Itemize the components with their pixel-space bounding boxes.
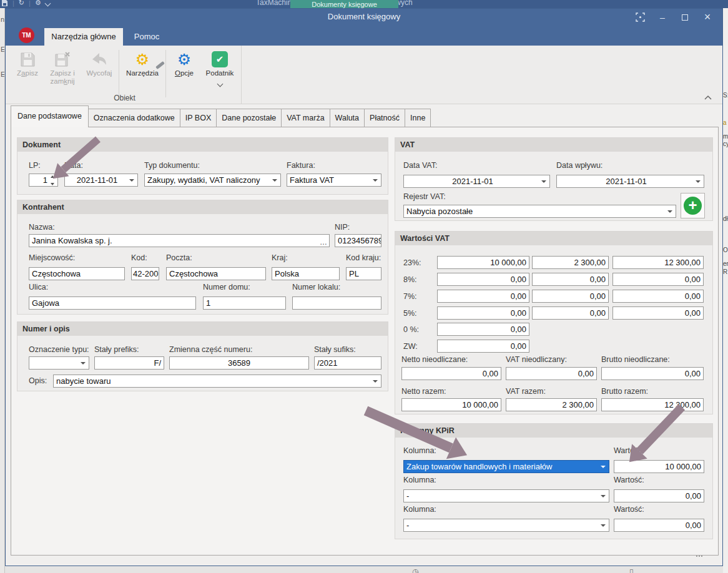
minimize-button[interactable]: – — [651, 9, 674, 26]
icon-fragment: ▯ — [629, 567, 634, 573]
data-vat-dropdown[interactable]: 2021-11-01 — [403, 175, 550, 188]
oznaczenie-typu-dropdown[interactable] — [29, 356, 89, 370]
add-vat-register-button[interactable]: + — [681, 193, 705, 218]
faktura-dropdown[interactable]: Faktura VAT — [287, 174, 381, 187]
typ-dokumentu-dropdown[interactable]: Zakupy, wydatki, VAT naliczony — [144, 174, 281, 187]
netto-zw-field[interactable]: 0,00 — [437, 340, 529, 353]
ribbon-separator — [119, 50, 119, 97]
wycofaj-button[interactable]: Wycofaj — [82, 47, 117, 77]
tab-waluta[interactable]: Waluta — [330, 109, 365, 127]
kod-field[interactable]: 42-200 — [131, 267, 159, 280]
app-logo[interactable]: TM — [19, 27, 34, 43]
ribbon-tab-band: TM Narzędzia główne Pomoc — [6, 26, 722, 46]
netto-0-field[interactable]: 0,00 — [437, 323, 529, 336]
tab-platnosc[interactable]: Płatność — [365, 109, 405, 127]
maximize-icon — [682, 14, 688, 21]
tab-inne[interactable]: Inne — [405, 109, 431, 127]
divider: | — [29, 0, 31, 7]
numer-domu-field[interactable]: 1 — [203, 296, 286, 310]
kod-kraju-field[interactable]: PL — [346, 267, 381, 280]
zapisz-i-zamknij-button[interactable]: Zapisz i zamknij — [43, 47, 82, 86]
kolumna-dropdown-1[interactable]: Zakup towarów handlowych i materiałów — [403, 460, 609, 473]
maximize-button[interactable] — [674, 9, 696, 26]
browse-ellipsis-button[interactable]: … — [320, 237, 328, 247]
brutto-razem-field[interactable]: 12 300,00 — [601, 398, 704, 411]
miejscowosc-field[interactable]: Częstochowa — [29, 267, 125, 280]
zmienna-czesc-field[interactable]: 36589 — [169, 356, 309, 370]
tab-dane-podstawowe[interactable]: Dane podstawowe — [11, 105, 89, 127]
focus-mode-button[interactable] — [629, 9, 651, 26]
refresh-icon[interactable]: ↻ — [19, 0, 24, 7]
ribbon-tab-pomoc[interactable]: Pomoc — [128, 28, 165, 46]
staly-prefiks-field[interactable]: F/ — [94, 356, 164, 370]
vat-23-field[interactable]: 2 300,00 — [532, 256, 609, 269]
wartosc-field-1[interactable]: 10 000,00 — [614, 460, 704, 473]
kolumna-dropdown-3[interactable]: - — [403, 519, 609, 532]
kraj-field[interactable]: Polska — [272, 267, 340, 280]
brutto-5-field[interactable]: 0,00 — [612, 306, 704, 320]
netto-razem-field[interactable]: 10 000,00 — [401, 398, 501, 411]
netto-nieodliczane-label: Netto nieodliczane: — [401, 355, 468, 364]
podatnik-button[interactable]: ✔ Podatnik — [200, 47, 239, 89]
wartosc-field-3[interactable]: 0,00 — [614, 519, 704, 532]
netto-5-field[interactable]: 0,00 — [437, 306, 529, 320]
nazwa-field[interactable]: Janina Kowalska sp. j. … — [29, 234, 330, 247]
ribbon-collapse-button[interactable] — [704, 92, 714, 100]
background-tab-dokumenty-ksiegowe[interactable]: Dokumenty księgowe — [290, 0, 398, 8]
tab-vat-marza[interactable]: VAT marża — [282, 109, 330, 127]
narzedzia-button[interactable]: ⚙ Narzędzia — [121, 47, 164, 77]
netto-7-field[interactable]: 0,00 — [437, 290, 529, 303]
vat-7-field[interactable]: 0,00 — [532, 290, 609, 303]
brutto-7-field[interactable]: 0,00 — [612, 290, 704, 303]
data-dropdown[interactable]: 2021-11-01 — [64, 174, 138, 187]
brutto-23-field[interactable]: 12 300,00 — [612, 256, 704, 269]
typ-dokumentu-label: Typ dokumentu: — [144, 161, 200, 170]
data-wplywu-dropdown[interactable]: 2021-11-01 — [556, 175, 704, 188]
rate-0-label: 0 %: — [403, 325, 419, 334]
vat-razem-field[interactable]: 2 300,00 — [506, 398, 597, 411]
close-button[interactable]: × — [696, 9, 719, 26]
text-fragment: m — [723, 133, 728, 140]
opcje-button[interactable]: ⚙ Opcje — [168, 47, 200, 77]
dialog-titlebar[interactable]: Dokument księgowy – × — [6, 9, 722, 26]
chevron-down-icon — [601, 466, 606, 468]
brutto-nieodliczane-field[interactable]: 0,00 — [601, 367, 704, 380]
netto-razem-label: Netto razem: — [401, 387, 446, 396]
quick-access-toolbar: | ↻ | ⚙ — [1, 0, 50, 7]
chevron-down-icon[interactable] — [44, 0, 51, 6]
staly-sufiks-field[interactable]: /2021 — [314, 356, 381, 370]
netto-23-field[interactable]: 10 000,00 — [437, 256, 529, 269]
rejestr-vat-dropdown[interactable]: Nabycia pozostałe — [403, 205, 676, 218]
ribbon-tab-narzedzia-glowne[interactable]: Narzędzia główne — [44, 28, 123, 46]
vat-8-field[interactable]: 0,00 — [532, 273, 609, 286]
ulica-field[interactable]: Gajowa — [29, 296, 196, 310]
chevron-down-icon — [667, 210, 672, 213]
save-icon[interactable] — [1, 0, 8, 7]
resize-grip[interactable] — [696, 556, 704, 561]
ulica-label: Ulica: — [29, 283, 48, 291]
wartosc-field-2[interactable]: 0,00 — [614, 489, 704, 502]
kolumna-dropdown-2[interactable]: - — [403, 489, 609, 502]
miejscowosc-label: Miejscowość: — [29, 253, 75, 262]
group-kontrahent: Kontrahent Nazwa: NIP: Janina Kowalska s… — [17, 200, 388, 315]
poczta-field[interactable]: Częstochowa — [166, 267, 266, 280]
rate-5-label: 5%: — [403, 309, 417, 318]
nip-field[interactable]: 0123456789 — [335, 234, 381, 247]
tab-oznaczenia-dodatkowe[interactable]: Oznaczenia dodatkowe — [89, 109, 180, 127]
zapisz-button[interactable]: Zapisz — [12, 47, 43, 77]
lp-label: LP: — [29, 161, 41, 170]
save-icon — [12, 49, 43, 69]
netto-nieodliczane-field[interactable]: 0,00 — [401, 367, 501, 380]
nazwa-label: Nazwa: — [29, 223, 55, 232]
gear-icon[interactable]: ⚙ — [35, 0, 41, 7]
tab-ip-box[interactable]: IP BOX — [180, 109, 217, 127]
vat-5-field[interactable]: 0,00 — [532, 306, 609, 320]
tab-dane-pozostale[interactable]: Dane pozostałe — [217, 109, 282, 127]
rate-zw-label: ZW: — [403, 342, 418, 351]
vat-nieodliczany-field[interactable]: 0,00 — [506, 367, 597, 380]
brutto-8-field[interactable]: 0,00 — [612, 273, 704, 286]
netto-8-field[interactable]: 0,00 — [437, 273, 529, 286]
numer-lokalu-field[interactable] — [292, 296, 381, 310]
opis-dropdown[interactable]: nabycie towaru — [53, 375, 381, 388]
chevron-down-icon — [272, 179, 277, 182]
